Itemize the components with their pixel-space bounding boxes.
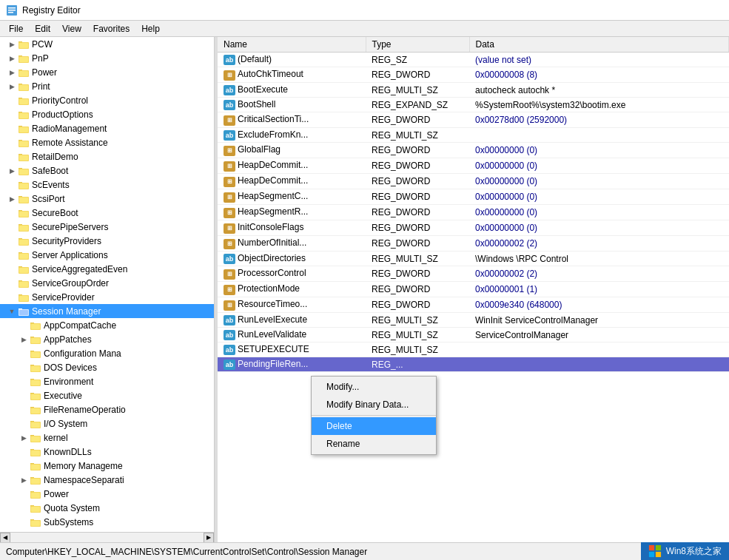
tree-item-power2[interactable]: Power [0,487,214,501]
expand-icon[interactable] [18,516,30,528]
tree-item-serverapplications[interactable]: Server Applications [0,248,214,262]
expand-icon[interactable]: ▶ [18,432,30,444]
expand-icon[interactable] [18,404,30,416]
tree-item-print[interactable]: ▶Print [0,79,214,93]
col-name[interactable]: Name [218,37,366,53]
tree-item-subsystems[interactable]: SubSystems [0,515,214,529]
table-row[interactable]: ⊞HeapDeCommit...REG_DWORD0x00000000 (0) [218,158,729,174]
menu-favorites[interactable]: Favorites [87,22,135,36]
tree-item-remoteassistance[interactable]: Remote Assistance [0,135,214,149]
menu-help[interactable]: Help [135,22,166,36]
tree-item-namespacesepara[interactable]: ▶NamespaceSeparati [0,473,214,487]
tree-item-kernel[interactable]: ▶kernel [0,431,214,445]
table-row[interactable]: abBootShellREG_EXPAND_SZ%SystemRoot%\sys… [218,98,729,112]
tree-item-productoptions[interactable]: ProductOptions [0,107,214,121]
tree-item-iosystem[interactable]: I/O System [0,416,214,431]
context-menu-item-delete[interactable]: Delete [312,417,436,435]
expand-icon[interactable] [18,348,30,360]
tree-item-serviceprovider[interactable]: ServiceProvider [0,290,214,304]
context-menu-item-rename[interactable]: Rename [312,435,436,453]
tree-item-serviceaggregated[interactable]: ServiceAggregatedEven [0,262,214,276]
expand-icon[interactable]: ▶ [6,81,18,92]
tree-item-appcompatcache[interactable]: AppCompatCache [0,318,214,332]
tree-item-pcw[interactable]: ▶PCW [0,37,214,51]
expand-icon[interactable]: ▶ [6,193,18,205]
col-type[interactable]: Type [366,37,469,53]
expand-icon[interactable] [18,376,30,388]
expand-icon[interactable] [6,235,18,247]
table-row[interactable]: abExcludeFromKn...REG_MULTI_SZ [218,128,729,143]
expand-icon[interactable]: ▶ [6,67,18,78]
expand-icon[interactable] [6,95,18,107]
expand-icon[interactable] [6,137,18,149]
table-row[interactable]: abRunLevelExecuteREG_MULTI_SZWinInit Ser… [218,313,729,328]
tree-item-memorymanage[interactable]: Memory Manageme [0,459,214,473]
tree-item-secureboot[interactable]: SecureBoot [0,206,214,220]
expand-icon[interactable]: ▶ [6,165,18,177]
tree-item-scevents[interactable]: ScEvents [0,178,214,192]
table-row[interactable]: ⊞CriticalSectionTi...REG_DWORD0x00278d00… [218,112,729,128]
expand-icon[interactable] [6,221,18,233]
expand-icon[interactable] [18,502,30,514]
hscroll-right[interactable]: ▶ [204,533,214,543]
tree-item-radiomanagement[interactable]: RadioManagement [0,121,214,135]
table-row[interactable]: ⊞ResourceTimeo...REG_DWORD0x0009e340 (64… [218,297,729,313]
hscroll-left[interactable]: ◀ [0,533,10,543]
expand-icon[interactable]: ▶ [18,334,30,345]
tree-item-securepipeservers[interactable]: SecurePipeServers [0,220,214,234]
table-row[interactable]: ⊞ProtectionModeREG_DWORD0x00000001 (1) [218,282,729,297]
expand-icon[interactable] [6,179,18,191]
expand-icon[interactable] [6,123,18,135]
tree-scroll[interactable]: ▶PCW▶PnP▶Power▶PrintPriorityControlProdu… [0,37,214,542]
tree-item-safeboot[interactable]: ▶SafeBoot [0,163,214,178]
tree-item-filerename[interactable]: FileRenameOperatio [0,402,214,416]
tree-item-retaildemo[interactable]: RetailDemo [0,149,214,163]
table-row[interactable]: abRunLevelValidateREG_MULTI_SZServiceCon… [218,328,729,343]
expand-icon[interactable] [6,207,18,219]
expand-icon[interactable] [18,390,30,402]
expand-icon[interactable] [18,320,30,331]
expand-icon[interactable]: ▶ [6,38,18,50]
table-row[interactable]: abBootExecuteREG_MULTI_SZautocheck autoc… [218,83,729,98]
tree-item-prioritycontrol[interactable]: PriorityControl [0,93,214,107]
expand-icon[interactable]: ▶ [6,53,18,64]
tree-item-securityproviders[interactable]: SecurityProviders [0,234,214,248]
expand-icon[interactable]: ▶ [18,474,30,486]
tree-item-pnp[interactable]: ▶PnP [0,51,214,65]
context-menu-item-modify-binary[interactable]: Modify Binary Data... [312,396,436,414]
menu-file[interactable]: File [3,22,29,36]
tree-item-apppatches[interactable]: ▶AppPatches [0,332,214,346]
tree-item-servicegrouporder[interactable]: ServiceGroupOrder [0,276,214,290]
expand-icon[interactable]: ▼ [6,306,18,317]
expand-icon[interactable] [18,446,30,458]
context-menu-item-modify[interactable]: Modify... [312,378,436,396]
expand-icon[interactable] [18,460,30,472]
tree-item-executive[interactable]: Executive [0,388,214,402]
tree-item-configurationmana[interactable]: Configuration Mana [0,346,214,360]
expand-icon[interactable] [6,151,18,163]
tree-item-environment[interactable]: Environment [0,374,214,388]
expand-icon[interactable] [18,418,30,430]
menu-edit[interactable]: Edit [29,22,56,36]
menu-view[interactable]: View [56,22,87,36]
table-row[interactable]: ⊞InitConsoleFlagsREG_DWORD0x00000000 (0) [218,220,729,236]
table-row[interactable]: ⊞HeapSegmentC...REG_DWORD0x00000000 (0) [218,189,729,205]
table-row[interactable]: abSETUPEXECUTEREG_MULTI_SZ [218,343,729,357]
table-row[interactable]: abObjectDirectoriesREG_MULTI_SZ\Windows … [218,252,729,266]
table-row[interactable]: ⊞GlobalFlagREG_DWORD0x00000000 (0) [218,143,729,158]
table-row[interactable]: abPendingFileRen...REG_... [218,357,729,372]
table-row[interactable]: ⊞NumberOfInitial...REG_DWORD0x00000002 (… [218,236,729,252]
expand-icon[interactable] [6,249,18,261]
tree-hscroll[interactable]: ◀ ▶ [0,532,214,542]
tree-item-sessionmanager[interactable]: ▼Session Manager [0,304,214,318]
tree-item-power[interactable]: ▶Power [0,65,214,79]
table-row[interactable]: ⊞HeapSegmentR...REG_DWORD0x00000000 (0) [218,205,729,220]
table-row[interactable]: ab(Default)REG_SZ(value not set) [218,53,729,67]
tree-item-dosdevices[interactable]: DOS Devices [0,360,214,374]
tree-item-scsiport[interactable]: ▶ScsiPort [0,192,214,206]
col-data[interactable]: Data [469,37,729,53]
table-row[interactable]: ⊞HeapDeCommit...REG_DWORD0x00000000 (0) [218,174,729,189]
tree-item-knowndlls[interactable]: KnownDLLs [0,445,214,459]
expand-icon[interactable] [6,109,18,121]
table-row[interactable]: ⊞ProcessorControlREG_DWORD0x00000002 (2) [218,266,729,282]
